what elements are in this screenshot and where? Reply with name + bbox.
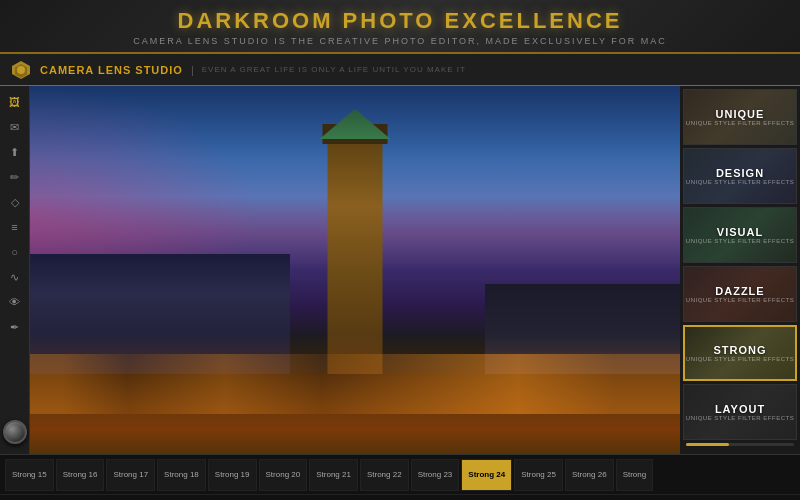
filter-sublabel-strong: UNIQUE STYLE FILTER EFFECTS: [686, 356, 794, 362]
app-separator: |: [191, 64, 194, 76]
film-item[interactable]: Strong 17: [106, 459, 155, 491]
filter-sublabel-layout: UNIQUE STYLE FILTER EFFECTS: [686, 415, 794, 421]
filter-content-dazzle: DAZZLEUNIQUE STYLE FILTER EFFECTS: [686, 285, 794, 303]
filter-content-visual: VISUALUNIQUE STYLE FILTER EFFECTS: [686, 226, 794, 244]
filter-sublabel-design: UNIQUE STYLE FILTER EFFECTS: [686, 179, 794, 185]
app-tagline: EVEN A GREAT LIFE IS ONLY A LIFE UNTIL Y…: [202, 65, 466, 74]
filter-sublabel-unique: UNIQUE STYLE FILTER EFFECTS: [686, 120, 794, 126]
app-logo-icon: [10, 59, 32, 81]
filter-label-visual: VISUAL: [717, 226, 763, 238]
status-bar: EDITING TOOL & BLOCK: 0: [0, 494, 800, 500]
filter-card-visual[interactable]: VISUALUNIQUE STYLE FILTER EFFECTS: [683, 207, 797, 263]
filter-content-design: DESIGNUNIQUE STYLE FILTER EFFECTS: [686, 167, 794, 185]
sidebar-icon-upload[interactable]: ⬆: [4, 141, 26, 163]
film-item[interactable]: Strong 19: [208, 459, 257, 491]
filter-label-layout: LAYOUT: [715, 403, 765, 415]
film-item[interactable]: Strong 26: [565, 459, 614, 491]
knob-container: [3, 420, 27, 449]
filter-sublabel-dazzle: UNIQUE STYLE FILTER EFFECTS: [686, 297, 794, 303]
app-name: CAMERA LENS STUDIO: [40, 64, 183, 76]
filter-cards-container: UNIQUEUNIQUE STYLE FILTER EFFECTSDESIGNU…: [683, 89, 797, 440]
sidebar-icon-eye[interactable]: 👁: [4, 291, 26, 313]
sidebar-icon-edit[interactable]: ✏: [4, 166, 26, 188]
film-item[interactable]: Strong: [616, 459, 654, 491]
sidebar-icon-wave[interactable]: ∿: [4, 266, 26, 288]
filmstrip: Strong 15Strong 16Strong 17Strong 18Stro…: [0, 454, 800, 494]
filter-content-layout: LAYOUTUNIQUE STYLE FILTER EFFECTS: [686, 403, 794, 421]
sidebar-icon-adjust[interactable]: ≡: [4, 216, 26, 238]
film-item[interactable]: Strong 15: [5, 459, 54, 491]
film-item[interactable]: Strong 23: [411, 459, 460, 491]
main-area: 🖼 ✉ ⬆ ✏ ◇ ≡ ○ ∿ 👁 ✒: [0, 86, 800, 454]
filter-card-unique[interactable]: UNIQUEUNIQUE STYLE FILTER EFFECTS: [683, 89, 797, 145]
dial-knob[interactable]: [3, 420, 27, 444]
film-item[interactable]: Strong 24: [461, 459, 512, 491]
right-panel: UNIQUEUNIQUE STYLE FILTER EFFECTSDESIGNU…: [680, 86, 800, 454]
film-item[interactable]: Strong 25: [514, 459, 563, 491]
film-item[interactable]: Strong 20: [259, 459, 308, 491]
filter-label-dazzle: DAZZLE: [715, 285, 764, 297]
sidebar-icon-shape[interactable]: ◇: [4, 191, 26, 213]
sidebar-icon-mail[interactable]: ✉: [4, 116, 26, 138]
filter-card-design[interactable]: DESIGNUNIQUE STYLE FILTER EFFECTS: [683, 148, 797, 204]
sidebar-icon-pen[interactable]: ✒: [4, 316, 26, 338]
photo-area: [30, 86, 680, 454]
photo-canvas: [30, 86, 680, 454]
filter-label-unique: UNIQUE: [716, 108, 765, 120]
scroll-hint: [686, 443, 794, 446]
filter-content-unique: UNIQUEUNIQUE STYLE FILTER EFFECTS: [686, 108, 794, 126]
sidebar-icon-gallery[interactable]: 🖼: [4, 91, 26, 113]
filter-label-design: DESIGN: [716, 167, 764, 179]
main-title: DARKROOM PHOTO EXCELLENCE: [0, 8, 800, 34]
film-item[interactable]: Strong 18: [157, 459, 206, 491]
left-sidebar: 🖼 ✉ ⬆ ✏ ◇ ≡ ○ ∿ 👁 ✒: [0, 86, 30, 454]
sub-title: CAMERA LENS STUDIO IS THE CREATIVE PHOTO…: [0, 36, 800, 46]
film-item[interactable]: Strong 16: [56, 459, 105, 491]
sidebar-icon-circle[interactable]: ○: [4, 241, 26, 263]
top-banner: DARKROOM PHOTO EXCELLENCE CAMERA LENS ST…: [0, 0, 800, 54]
svg-point-2: [17, 66, 25, 74]
film-item[interactable]: Strong 22: [360, 459, 409, 491]
filter-card-strong[interactable]: STRONGUNIQUE STYLE FILTER EFFECTS: [683, 325, 797, 381]
filter-content-strong: STRONGUNIQUE STYLE FILTER EFFECTS: [686, 344, 794, 362]
app-header: CAMERA LENS STUDIO | EVEN A GREAT LIFE I…: [0, 54, 800, 86]
filter-card-layout[interactable]: LAYOUTUNIQUE STYLE FILTER EFFECTS: [683, 384, 797, 440]
filter-sublabel-visual: UNIQUE STYLE FILTER EFFECTS: [686, 238, 794, 244]
filter-card-dazzle[interactable]: DAZZLEUNIQUE STYLE FILTER EFFECTS: [683, 266, 797, 322]
film-item[interactable]: Strong 21: [309, 459, 358, 491]
filter-label-strong: STRONG: [713, 344, 766, 356]
scroll-thumb: [686, 443, 729, 446]
lights-glow: [30, 354, 680, 414]
